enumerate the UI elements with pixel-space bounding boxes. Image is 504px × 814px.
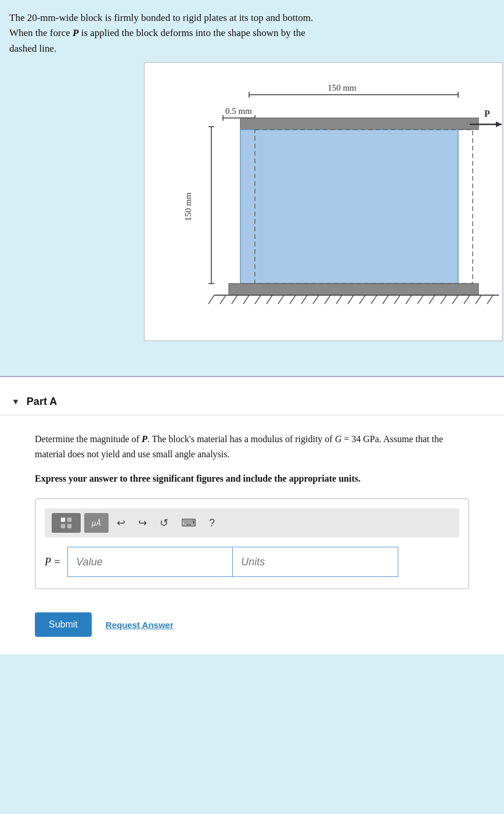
svg-line-32 bbox=[383, 295, 388, 304]
problem-text-line2: When the force P is applied the block de… bbox=[9, 27, 305, 38]
undo-button[interactable]: ↩ bbox=[112, 514, 130, 532]
svg-line-31 bbox=[371, 295, 377, 304]
grid-button[interactable] bbox=[52, 513, 81, 533]
keyboard-button[interactable]: ⌨ bbox=[177, 514, 201, 532]
problem-statement: The 20-mm-wide block is firmly bonded to… bbox=[0, 0, 504, 62]
svg-rect-13 bbox=[240, 130, 458, 284]
submit-button[interactable]: Submit bbox=[35, 612, 92, 637]
help-button[interactable]: ? bbox=[204, 515, 219, 532]
part-a-section: ▼ Part A Determine the magnitude of P. T… bbox=[0, 377, 504, 654]
svg-line-17 bbox=[208, 295, 214, 304]
undo-icon: ↩ bbox=[117, 517, 125, 529]
input-row: P = bbox=[45, 547, 459, 577]
svg-marker-43 bbox=[496, 121, 502, 127]
svg-line-21 bbox=[255, 295, 261, 304]
svg-line-23 bbox=[278, 295, 284, 304]
svg-rect-46 bbox=[67, 518, 71, 522]
part-description: Determine the magnitude of P. The block'… bbox=[35, 432, 469, 461]
refresh-icon: ↺ bbox=[160, 517, 168, 529]
refresh-button[interactable]: ↺ bbox=[155, 514, 173, 532]
svg-line-26 bbox=[313, 295, 319, 304]
svg-line-25 bbox=[301, 295, 307, 304]
svg-line-34 bbox=[406, 295, 412, 304]
svg-line-33 bbox=[394, 295, 400, 304]
redo-button[interactable]: ↪ bbox=[134, 514, 152, 532]
part-a-body: Determine the magnitude of P. The block'… bbox=[0, 415, 504, 612]
svg-line-24 bbox=[290, 295, 296, 304]
svg-rect-48 bbox=[67, 524, 71, 528]
svg-line-28 bbox=[336, 295, 342, 304]
redo-icon: ↪ bbox=[138, 517, 147, 529]
svg-text:150 mm: 150 mm bbox=[327, 83, 357, 92]
svg-line-36 bbox=[429, 295, 435, 304]
svg-line-30 bbox=[359, 295, 365, 304]
svg-line-40 bbox=[476, 295, 481, 304]
keyboard-icon: ⌨ bbox=[181, 517, 196, 529]
chevron-down-icon: ▼ bbox=[12, 397, 20, 407]
bottom-actions: Submit Request Answer bbox=[0, 612, 504, 654]
svg-line-27 bbox=[325, 295, 330, 304]
svg-line-22 bbox=[267, 295, 272, 304]
value-input[interactable] bbox=[67, 547, 233, 577]
answer-box: μÅ ↩ ↪ ↺ ⌨ bbox=[35, 499, 469, 589]
part-a-title: Part A bbox=[27, 396, 57, 408]
problem-text-line1: The 20-mm-wide block is firmly bonded to… bbox=[9, 12, 313, 23]
svg-line-38 bbox=[452, 295, 458, 304]
svg-rect-47 bbox=[61, 524, 65, 528]
svg-text:0.5 mm: 0.5 mm bbox=[225, 106, 252, 116]
svg-text:P: P bbox=[484, 109, 490, 119]
p-label: P = bbox=[45, 556, 60, 568]
svg-line-39 bbox=[464, 295, 470, 304]
mu-button[interactable]: μÅ bbox=[84, 513, 109, 533]
svg-line-29 bbox=[348, 295, 354, 304]
request-answer-button[interactable]: Request Answer bbox=[106, 620, 174, 630]
units-input[interactable] bbox=[233, 547, 398, 577]
svg-rect-12 bbox=[240, 118, 478, 130]
svg-text:150 mm: 150 mm bbox=[183, 192, 193, 221]
help-icon: ? bbox=[209, 517, 215, 529]
part-instruction: Express your answer to three significant… bbox=[35, 472, 469, 486]
problem-text-line3: dashed line. bbox=[9, 43, 56, 54]
part-a-header: ▼ Part A bbox=[0, 389, 504, 415]
svg-rect-15 bbox=[229, 284, 478, 295]
svg-line-37 bbox=[441, 295, 447, 304]
svg-line-18 bbox=[220, 295, 226, 304]
svg-line-19 bbox=[232, 295, 237, 304]
diagram: 150 mm 0.5 mm 150 mm bbox=[144, 62, 503, 341]
svg-rect-45 bbox=[61, 518, 65, 522]
svg-line-20 bbox=[243, 295, 249, 304]
toolbar: μÅ ↩ ↪ ↺ ⌨ bbox=[45, 508, 459, 537]
svg-line-41 bbox=[487, 295, 493, 304]
svg-line-35 bbox=[417, 295, 423, 304]
mu-btn-label: μÅ bbox=[92, 519, 101, 528]
